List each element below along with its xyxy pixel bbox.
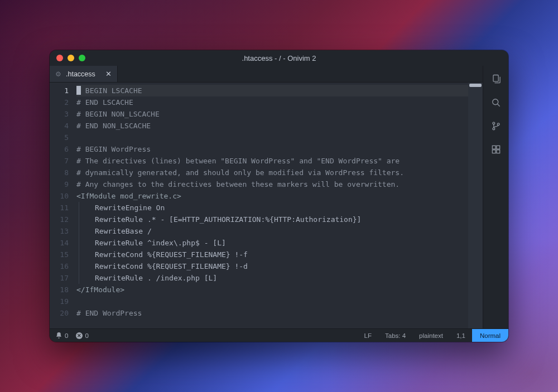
extensions-icon[interactable] [490,144,502,157]
git-branch-icon[interactable] [490,120,502,134]
line-number-gutter: 1234567891011121314151617181920 [50,83,73,328]
line-number: 5 [50,132,69,143]
notifications-count: 0 [65,332,68,339]
code-line[interactable] [76,296,468,307]
line-number: 2 [50,96,69,108]
line-number: 20 [50,307,69,319]
minimap[interactable] [468,83,483,328]
line-number: 16 [50,260,69,272]
line-number: 10 [50,190,69,202]
error-icon: ✕ [76,332,83,339]
line-number: 6 [50,143,69,155]
code-line[interactable]: # END WordPress [76,307,468,319]
line-number: 14 [50,237,69,249]
titlebar[interactable]: .htaccess - / - Onivim 2 [50,50,508,66]
code-line[interactable]: RewriteCond %{REQUEST_FILENAME} !-f [76,249,468,260]
code-line[interactable]: # The directives (lines) between "BEGIN … [76,155,468,167]
code-line[interactable]: # dynamically generated, and should only… [76,167,468,178]
svg-point-3 [493,122,495,124]
code-line[interactable]: RewriteEngine On [76,202,468,214]
svg-point-4 [493,128,495,130]
code-line[interactable]: RewriteCond %{REQUEST_FILENAME} !-d [76,260,468,272]
close-tab-icon[interactable]: ✕ [105,70,112,78]
window-title: .htaccess - / - Onivim 2 [50,54,508,62]
code-line[interactable] [76,132,468,143]
line-number: 13 [50,225,69,237]
app-window: .htaccess - / - Onivim 2 ⚙ .htaccess ✕ 1… [50,50,508,342]
errors-button[interactable]: ✕ 0 [76,332,88,339]
tab-htaccess[interactable]: ⚙ .htaccess ✕ [50,66,118,82]
svg-rect-9 [496,150,499,153]
line-number: 15 [50,249,69,260]
svg-rect-0 [493,75,498,82]
code-line[interactable]: # BEGIN NON_LSCACHE [76,108,468,120]
code-line[interactable]: RewriteBase / [76,225,468,237]
close-window-button[interactable] [56,55,63,61]
editor[interactable]: 1234567891011121314151617181920 BEGIN LS… [50,83,483,328]
notifications-button[interactable]: 0 [55,332,68,339]
svg-line-2 [497,104,499,107]
svg-rect-7 [496,146,499,149]
line-number: 12 [50,214,69,225]
svg-rect-8 [492,150,496,153]
line-number: 7 [50,155,69,167]
code-line[interactable]: # Any changes to the directives between … [76,178,468,190]
line-number: 8 [50,167,69,178]
svg-point-5 [497,123,499,125]
minimize-window-button[interactable] [68,55,74,61]
line-number: 19 [50,296,69,307]
errors-count: 0 [85,332,88,339]
gear-icon: ⚙ [55,70,61,78]
code-line[interactable]: BEGIN LSCACHE [76,85,468,96]
activity-bar [483,66,508,328]
search-icon[interactable] [490,97,502,110]
minimap-thumb[interactable] [469,84,482,87]
files-icon[interactable] [490,74,502,87]
line-number: 17 [50,272,69,284]
svg-point-1 [492,99,498,105]
tab-bar: ⚙ .htaccess ✕ [50,66,483,83]
status-bar: 0 ✕ 0 LF Tabs: 4 plaintext 1,1 Normal [50,328,508,342]
vim-mode-indicator[interactable]: Normal [472,329,508,342]
code-line[interactable]: RewriteRule .* - [E=HTTP_AUTHORIZATION:%… [76,214,468,225]
code-line[interactable]: RewriteRule ^index\.php$ - [L] [76,237,468,249]
language-indicator[interactable]: plaintext [412,329,450,342]
code-line[interactable]: # BEGIN WordPress [76,143,468,155]
code-line[interactable]: </IfModule> [76,284,468,296]
line-ending-indicator[interactable]: LF [358,329,378,342]
code-line[interactable]: <IfModule mod_rewrite.c> [76,190,468,202]
cursor-position-indicator[interactable]: 1,1 [450,329,472,342]
code-line[interactable]: # END NON_LSCACHE [76,120,468,132]
tab-label: .htaccess [66,70,95,78]
svg-rect-6 [492,146,496,149]
line-number: 3 [50,108,69,120]
line-number: 9 [50,178,69,190]
code-area[interactable]: BEGIN LSCACHE# END LSCACHE# BEGIN NON_LS… [73,83,468,328]
line-number: 4 [50,120,69,132]
line-number: 11 [50,202,69,214]
code-line[interactable]: # END LSCACHE [76,96,468,108]
tab-size-indicator[interactable]: Tabs: 4 [378,329,412,342]
line-number: 18 [50,284,69,296]
traffic-lights [50,55,85,61]
line-number: 1 [50,85,69,96]
cursor [76,86,81,95]
code-line[interactable]: RewriteRule . /index.php [L] [76,272,468,284]
zoom-window-button[interactable] [79,55,85,61]
